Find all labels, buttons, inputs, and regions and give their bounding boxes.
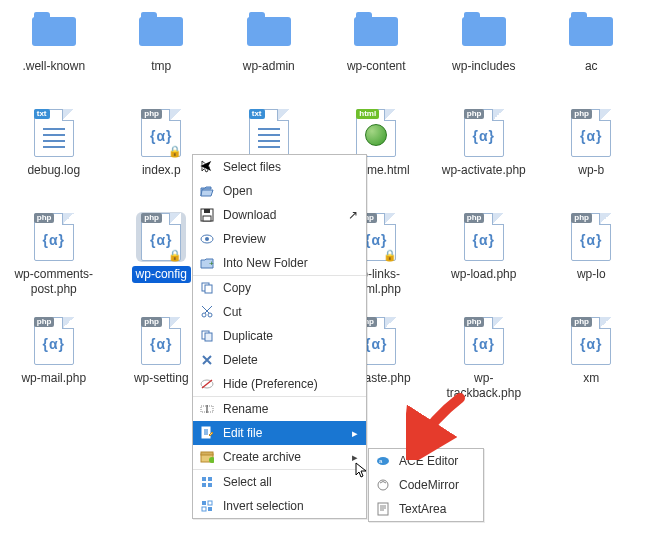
svg-rect-25 — [202, 507, 206, 511]
file-label: wp-activate.php — [438, 162, 530, 179]
ace-icon: a — [375, 453, 391, 469]
file-item[interactable]: tmp — [108, 4, 216, 100]
menu-copy[interactable]: Copy — [193, 276, 366, 300]
svg-point-4 — [205, 237, 209, 241]
file-label: tmp — [147, 58, 175, 75]
file-icon: php{α} — [566, 108, 616, 158]
menu-select-files[interactable]: Select files — [193, 155, 366, 179]
codemirror-icon — [375, 477, 391, 493]
file-item[interactable]: php{α}xm — [538, 316, 646, 412]
menu-invert-selection[interactable]: Invert selection — [193, 494, 366, 518]
file-item[interactable]: php{α}wp-trackback.php — [430, 316, 538, 412]
rename-icon — [199, 401, 215, 417]
folder-icon — [351, 4, 401, 54]
grid-icon — [199, 474, 215, 490]
menu-edit-file[interactable]: Edit file ▸ — [193, 421, 366, 445]
svg-rect-2 — [203, 216, 211, 221]
file-item[interactable]: php{α}wp-mail.php — [0, 316, 108, 412]
file-label: wp-b — [574, 162, 608, 179]
svg-rect-21 — [202, 483, 206, 487]
cursor-icon — [199, 159, 215, 175]
file-label: debug.log — [23, 162, 84, 179]
file-icon: php{α} — [136, 316, 186, 366]
svg-rect-24 — [208, 501, 212, 505]
file-icon: php{α} — [459, 108, 509, 158]
file-icon: php{α} — [459, 212, 509, 262]
svg-rect-26 — [208, 507, 212, 511]
copy-icon — [199, 280, 215, 296]
grid-invert-icon — [199, 498, 215, 514]
menu-label: Edit file — [223, 426, 344, 440]
svg-point-8 — [202, 313, 206, 317]
file-item[interactable]: wp-content — [323, 4, 431, 100]
menu-label: Cut — [223, 305, 358, 319]
menu-label: Copy — [223, 281, 358, 295]
menu-create-archive[interactable]: Create archive ▸ — [193, 445, 366, 469]
file-icon: txt — [29, 108, 79, 158]
textarea-icon — [375, 501, 391, 517]
menu-label: Duplicate — [223, 329, 358, 343]
menu-select-all[interactable]: Select all — [193, 470, 366, 494]
chevron-right-icon: ▸ — [352, 427, 358, 440]
menu-preview[interactable]: Preview — [193, 227, 366, 251]
menu-label: Preview — [223, 232, 358, 246]
file-item[interactable]: php{α}wp-load.php — [430, 212, 538, 308]
file-item[interactable]: php{α}wp-lo — [538, 212, 646, 308]
submenu-textarea[interactable]: TextArea — [369, 497, 483, 521]
menu-hide-pref[interactable]: Hide (Preference) — [193, 372, 366, 396]
menu-delete[interactable]: Delete — [193, 348, 366, 372]
menu-cut[interactable]: Cut — [193, 300, 366, 324]
file-label: ac — [581, 58, 602, 75]
external-icon: ↗ — [348, 208, 358, 222]
x-icon — [199, 352, 215, 368]
svg-rect-30 — [378, 503, 388, 515]
file-label: wp-content — [343, 58, 410, 75]
file-label: .well-known — [18, 58, 89, 75]
svg-rect-23 — [202, 501, 206, 505]
file-label: wp-comments-post.php — [4, 266, 104, 298]
file-icon: php{α} — [29, 212, 79, 262]
menu-label: Delete — [223, 353, 358, 367]
submenu-label: TextArea — [399, 502, 475, 516]
menu-into-new-folder[interactable]: + Into New Folder — [193, 251, 366, 275]
svg-rect-7 — [205, 285, 212, 293]
menu-open[interactable]: Open — [193, 179, 366, 203]
eye-icon — [199, 231, 215, 247]
menu-download[interactable]: Download ↗ — [193, 203, 366, 227]
folder-icon — [566, 4, 616, 54]
folder-open-icon — [199, 183, 215, 199]
file-item[interactable]: .well-known — [0, 4, 108, 100]
menu-label: Download — [223, 208, 340, 222]
file-icon: php{α}🔒 — [136, 212, 186, 262]
file-item[interactable]: txtdebug.log — [0, 108, 108, 204]
svg-rect-1 — [204, 209, 210, 213]
submenu-ace-editor[interactable]: a ACE Editor — [369, 449, 483, 473]
file-item[interactable]: php{α}wp-b — [538, 108, 646, 204]
menu-label: Select files — [223, 160, 358, 174]
scissors-icon — [199, 304, 215, 320]
menu-rename[interactable]: Rename — [193, 397, 366, 421]
svg-point-9 — [208, 313, 212, 317]
file-item[interactable]: ac — [538, 4, 646, 100]
submenu-label: CodeMirror — [399, 478, 475, 492]
file-icon: php{α} — [566, 316, 616, 366]
menu-duplicate[interactable]: Duplicate — [193, 324, 366, 348]
file-icon: php{α}🔒 — [136, 108, 186, 158]
svg-rect-17 — [201, 452, 213, 455]
file-icon: php{α} — [29, 316, 79, 366]
folder-icon — [136, 4, 186, 54]
folder-icon — [459, 4, 509, 54]
file-item[interactable]: php{α}wp-comments-post.php — [0, 212, 108, 308]
file-item[interactable]: wp-includes — [430, 4, 538, 100]
file-label: wp-includes — [448, 58, 519, 75]
menu-label: Open — [223, 184, 358, 198]
file-item[interactable]: php{α}wp-activate.php — [430, 108, 538, 204]
submenu-codemirror[interactable]: CodeMirror — [369, 473, 483, 497]
folder-icon — [29, 4, 79, 54]
menu-label: Rename — [223, 402, 358, 416]
menu-label: Hide (Preference) — [223, 377, 358, 391]
svg-rect-11 — [205, 333, 212, 341]
duplicate-icon — [199, 328, 215, 344]
file-label: index.p — [138, 162, 185, 179]
file-item[interactable]: wp-admin — [215, 4, 323, 100]
